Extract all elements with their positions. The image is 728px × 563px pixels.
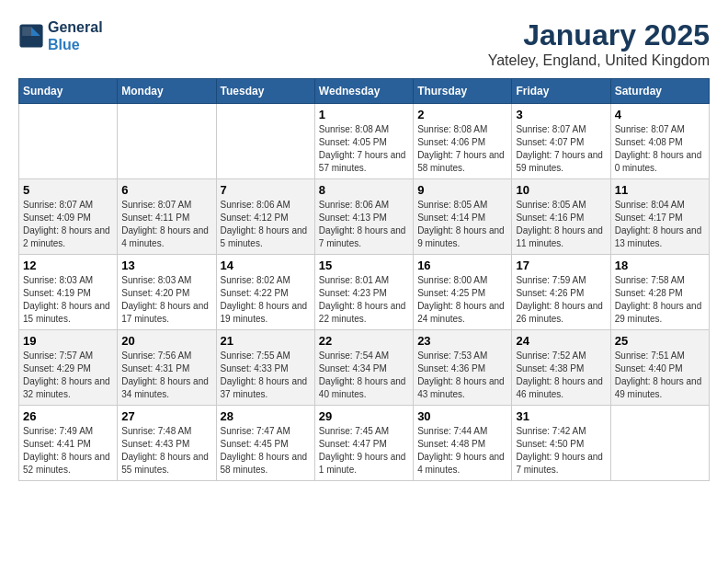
calendar-cell: 4Sunrise: 8:07 AM Sunset: 4:08 PM Daylig… [610, 104, 709, 179]
calendar-cell: 31Sunrise: 7:42 AM Sunset: 4:50 PM Dayli… [512, 406, 610, 481]
calendar-cell: 7Sunrise: 8:06 AM Sunset: 4:12 PM Daylig… [216, 179, 314, 255]
cell-day-number: 16 [417, 259, 507, 272]
cell-info: Sunrise: 7:52 AM Sunset: 4:38 PM Dayligh… [516, 350, 606, 401]
day-header-saturday: Saturday [610, 79, 709, 104]
calendar-subtitle: Yateley, England, United Kingdom [488, 52, 710, 69]
calendar-cell: 10Sunrise: 8:05 AM Sunset: 4:16 PM Dayli… [512, 179, 610, 255]
cell-day-number: 27 [121, 409, 211, 423]
calendar-cell: 28Sunrise: 7:47 AM Sunset: 4:45 PM Dayli… [216, 406, 314, 481]
cell-day-number: 18 [615, 259, 705, 272]
logo: General Blue [18, 18, 103, 53]
calendar-cell [610, 406, 709, 481]
cell-info: Sunrise: 7:58 AM Sunset: 4:28 PM Dayligh… [615, 274, 705, 326]
week-row-0: 1Sunrise: 8:08 AM Sunset: 4:05 PM Daylig… [19, 104, 710, 179]
cell-info: Sunrise: 7:47 AM Sunset: 4:45 PM Dayligh… [221, 425, 311, 477]
cell-day-number: 24 [516, 334, 606, 348]
cell-info: Sunrise: 8:07 AM Sunset: 4:09 PM Dayligh… [23, 199, 113, 250]
calendar-cell: 13Sunrise: 8:03 AM Sunset: 4:20 PM Dayli… [118, 255, 216, 330]
calendar-cell [216, 104, 314, 179]
cell-info: Sunrise: 8:07 AM Sunset: 4:11 PM Dayligh… [121, 199, 211, 250]
cell-day-number: 2 [417, 108, 507, 121]
calendar-cell: 26Sunrise: 7:49 AM Sunset: 4:41 PM Dayli… [19, 406, 118, 481]
cell-day-number: 1 [319, 108, 409, 121]
header-row: SundayMondayTuesdayWednesdayThursdayFrid… [19, 79, 710, 104]
cell-info: Sunrise: 7:56 AM Sunset: 4:31 PM Dayligh… [121, 350, 211, 401]
cell-info: Sunrise: 8:02 AM Sunset: 4:22 PM Dayligh… [221, 274, 311, 326]
cell-info: Sunrise: 8:06 AM Sunset: 4:12 PM Dayligh… [221, 199, 311, 250]
calendar-cell: 5Sunrise: 8:07 AM Sunset: 4:09 PM Daylig… [19, 179, 118, 255]
cell-info: Sunrise: 8:06 AM Sunset: 4:13 PM Dayligh… [319, 199, 409, 250]
calendar-cell: 2Sunrise: 8:08 AM Sunset: 4:06 PM Daylig… [414, 104, 512, 179]
cell-info: Sunrise: 8:07 AM Sunset: 4:07 PM Dayligh… [516, 123, 606, 175]
week-row-1: 5Sunrise: 8:07 AM Sunset: 4:09 PM Daylig… [19, 179, 710, 255]
calendar-cell: 1Sunrise: 8:08 AM Sunset: 4:05 PM Daylig… [314, 104, 413, 179]
cell-info: Sunrise: 7:49 AM Sunset: 4:41 PM Dayligh… [23, 425, 113, 477]
calendar-table: SundayMondayTuesdayWednesdayThursdayFrid… [18, 78, 710, 481]
week-row-4: 26Sunrise: 7:49 AM Sunset: 4:41 PM Dayli… [19, 406, 710, 481]
calendar-cell: 6Sunrise: 8:07 AM Sunset: 4:11 PM Daylig… [118, 179, 216, 255]
cell-info: Sunrise: 7:59 AM Sunset: 4:26 PM Dayligh… [516, 274, 606, 326]
svg-marker-3 [22, 27, 31, 36]
calendar-cell: 22Sunrise: 7:54 AM Sunset: 4:34 PM Dayli… [314, 330, 413, 406]
cell-day-number: 29 [319, 409, 409, 423]
calendar-cell: 12Sunrise: 8:03 AM Sunset: 4:19 PM Dayli… [19, 255, 118, 330]
cell-day-number: 7 [221, 183, 311, 197]
cell-day-number: 31 [516, 409, 606, 423]
cell-info: Sunrise: 8:08 AM Sunset: 4:06 PM Dayligh… [417, 123, 507, 175]
calendar-cell: 21Sunrise: 7:55 AM Sunset: 4:33 PM Dayli… [216, 330, 314, 406]
calendar-cell: 29Sunrise: 7:45 AM Sunset: 4:47 PM Dayli… [314, 406, 413, 481]
cell-info: Sunrise: 8:05 AM Sunset: 4:14 PM Dayligh… [417, 199, 507, 250]
cell-day-number: 10 [516, 183, 606, 197]
logo-text: General Blue [48, 18, 103, 53]
cell-info: Sunrise: 8:03 AM Sunset: 4:20 PM Dayligh… [121, 274, 211, 326]
calendar-cell: 18Sunrise: 7:58 AM Sunset: 4:28 PM Dayli… [610, 255, 709, 330]
day-header-thursday: Thursday [414, 79, 512, 104]
calendar-header: SundayMondayTuesdayWednesdayThursdayFrid… [19, 79, 710, 104]
calendar-cell: 14Sunrise: 8:02 AM Sunset: 4:22 PM Dayli… [216, 255, 314, 330]
cell-day-number: 26 [23, 409, 113, 423]
cell-day-number: 17 [516, 259, 606, 272]
cell-day-number: 23 [417, 334, 507, 348]
day-header-tuesday: Tuesday [216, 79, 314, 104]
cell-day-number: 21 [221, 334, 311, 348]
cell-info: Sunrise: 7:55 AM Sunset: 4:33 PM Dayligh… [221, 350, 311, 401]
cell-day-number: 6 [121, 183, 211, 197]
cell-day-number: 28 [221, 409, 311, 423]
cell-day-number: 3 [516, 108, 606, 121]
cell-day-number: 5 [23, 183, 113, 197]
calendar-cell: 30Sunrise: 7:44 AM Sunset: 4:48 PM Dayli… [414, 406, 512, 481]
day-header-monday: Monday [118, 79, 216, 104]
cell-info: Sunrise: 7:54 AM Sunset: 4:34 PM Dayligh… [319, 350, 409, 401]
cell-info: Sunrise: 7:44 AM Sunset: 4:48 PM Dayligh… [417, 425, 507, 477]
cell-info: Sunrise: 8:04 AM Sunset: 4:17 PM Dayligh… [615, 199, 705, 250]
calendar-title: January 2025 [488, 18, 710, 52]
cell-day-number: 11 [615, 183, 705, 197]
cell-day-number: 14 [221, 259, 311, 272]
cell-day-number: 15 [319, 259, 409, 272]
cell-info: Sunrise: 7:53 AM Sunset: 4:36 PM Dayligh… [417, 350, 507, 401]
cell-info: Sunrise: 7:51 AM Sunset: 4:40 PM Dayligh… [615, 350, 705, 401]
calendar-cell: 11Sunrise: 8:04 AM Sunset: 4:17 PM Dayli… [610, 179, 709, 255]
calendar-body: 1Sunrise: 8:08 AM Sunset: 4:05 PM Daylig… [19, 104, 710, 481]
day-header-wednesday: Wednesday [314, 79, 413, 104]
cell-day-number: 12 [23, 259, 113, 272]
week-row-2: 12Sunrise: 8:03 AM Sunset: 4:19 PM Dayli… [19, 255, 710, 330]
cell-day-number: 19 [23, 334, 113, 348]
logo-icon [18, 23, 44, 49]
page-header: General Blue January 2025 Yateley, Engla… [18, 18, 710, 69]
title-section: January 2025 Yateley, England, United Ki… [488, 18, 710, 69]
calendar-cell: 8Sunrise: 8:06 AM Sunset: 4:13 PM Daylig… [314, 179, 413, 255]
cell-info: Sunrise: 7:42 AM Sunset: 4:50 PM Dayligh… [516, 425, 606, 477]
cell-info: Sunrise: 8:01 AM Sunset: 4:23 PM Dayligh… [319, 274, 409, 326]
cell-day-number: 22 [319, 334, 409, 348]
calendar-cell: 27Sunrise: 7:48 AM Sunset: 4:43 PM Dayli… [118, 406, 216, 481]
calendar-cell: 20Sunrise: 7:56 AM Sunset: 4:31 PM Dayli… [118, 330, 216, 406]
day-header-friday: Friday [512, 79, 610, 104]
cell-day-number: 13 [121, 259, 211, 272]
calendar-cell: 15Sunrise: 8:01 AM Sunset: 4:23 PM Dayli… [314, 255, 413, 330]
cell-day-number: 4 [615, 108, 705, 121]
cell-day-number: 20 [121, 334, 211, 348]
cell-info: Sunrise: 8:08 AM Sunset: 4:05 PM Dayligh… [319, 123, 409, 175]
week-row-3: 19Sunrise: 7:57 AM Sunset: 4:29 PM Dayli… [19, 330, 710, 406]
cell-info: Sunrise: 8:03 AM Sunset: 4:19 PM Dayligh… [23, 274, 113, 326]
